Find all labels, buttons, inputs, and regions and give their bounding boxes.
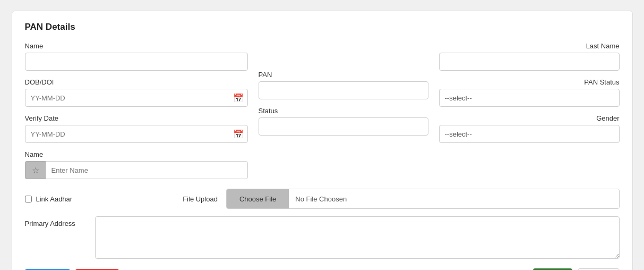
name-input[interactable] [25,53,248,71]
dob-doi-input[interactable] [25,89,248,107]
pan-label: PAN [259,71,428,79]
name-label: Name [25,42,248,50]
name-star-field: ☆ [25,161,248,179]
star-button[interactable]: ☆ [25,161,46,179]
gender-label: Gender [439,114,620,122]
link-aadhar-checkbox[interactable] [25,196,32,203]
no-file-text: No File Choosen [289,189,619,208]
last-name-input[interactable] [439,53,620,71]
choose-file-button[interactable]: Choose File [227,189,289,208]
dob-doi-field: 📅 [25,89,248,107]
gender-select[interactable]: --select-- [439,125,620,143]
primary-address-section: Primary Address [25,216,620,259]
dob-calendar-icon[interactable]: 📅 [233,93,244,103]
file-upload-label: File Upload [183,195,218,203]
pan-status-label: PAN Status [439,78,620,86]
verify-date-label: Verify Date [25,114,248,122]
link-aadhar-label: Link Aadhar [36,195,73,203]
pan-status-select[interactable]: --select-- [439,89,620,107]
verify-calendar-icon[interactable]: 📅 [233,129,244,139]
status-label: Status [259,107,428,115]
last-name-label: Last Name [439,42,620,50]
primary-address-label: Primary Address [25,216,89,227]
name2-label: Name [25,150,248,158]
file-upload-control: Choose File No File Choosen [226,189,620,209]
enter-name-input[interactable] [46,161,248,179]
card-title: PAN Details [25,22,620,32]
pan-input[interactable] [259,81,428,99]
primary-address-textarea[interactable] [95,216,620,259]
pan-details-card: PAN Details Name DOB/DOI 📅 Verify Date [12,11,633,270]
file-upload-section: File Upload Choose File No File Choosen [183,189,619,209]
status-input[interactable] [259,117,428,136]
verify-date-input[interactable] [25,125,248,143]
dob-doi-label: DOB/DOI [25,78,248,86]
verify-date-field: 📅 [25,125,248,143]
